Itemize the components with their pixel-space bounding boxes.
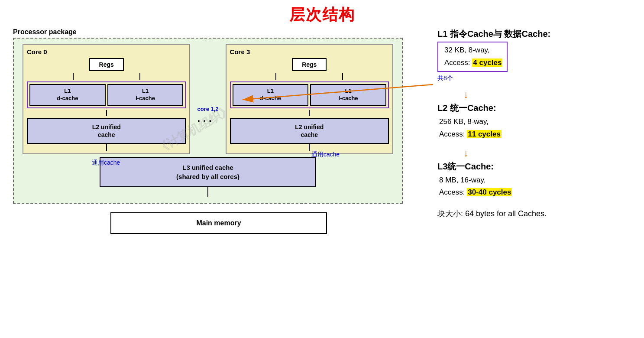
l3-connector	[20, 187, 396, 197]
l2-access-label: Access:	[439, 130, 467, 138]
diagram-wrapper: 数据cache 指令cache 通用cache Core 0 Regs	[13, 38, 424, 234]
core-3-label: Core 3	[230, 48, 389, 55]
l3-line2: Access: 30-40 cycles	[437, 186, 635, 199]
core-3-l1-dcache: L1d-cache	[233, 84, 309, 106]
core-3-l1-icache: L1i-cache	[310, 84, 386, 106]
block-size-line: 块大小: 64 bytes for all Caches.	[437, 208, 635, 219]
diagram-area: Processor package 数据cache 指令cache 通用cach…	[9, 28, 424, 234]
page-title: 层次结构	[0, 0, 644, 28]
core-3-box: Core 3 Regs L1d-cache L1i-cache	[226, 44, 393, 154]
core-3-l2: L2 unifiedcache	[230, 118, 389, 144]
dots: · · ·	[197, 115, 218, 127]
l1-access-label: Access:	[444, 58, 472, 67]
l3-row: L3 unified cache(shared by all cores)	[20, 157, 396, 187]
l3-info-title: L3统一Cache:	[437, 161, 635, 172]
arrow-l2-l3: ↓	[463, 147, 635, 159]
core-middle-label: core 1,2	[197, 106, 218, 112]
l3-info-section: L3统一Cache: 8 MB, 16-way, Access: 30-40 c…	[437, 161, 635, 199]
l1-info-box: 32 KB, 8-way, Access: 4 cycles	[437, 42, 508, 72]
l1-line1: 32 KB, 8-way,	[443, 44, 502, 57]
core-0-connector-l2-l3	[27, 144, 186, 150]
core-0-connector-l1-l2	[27, 110, 186, 116]
l3-line1: 8 MB, 16-way,	[437, 174, 635, 187]
core-0-l1-dcache: L1d-cache	[29, 84, 106, 106]
l1-info-section: L1 指令Cache与 数据Cache: 32 KB, 8-way, Acces…	[437, 28, 635, 82]
processor-label: Processor package	[13, 28, 424, 36]
main-memory-row: Main memory	[13, 212, 424, 234]
core-0-l2: L2 unifiedcache	[27, 118, 186, 144]
core-3-regs: Regs	[292, 58, 327, 71]
general-cache-label: 通用cache	[92, 159, 120, 167]
core-3-l1-row: L1d-cache L1i-cache	[230, 81, 389, 108]
l2-info-title: L2 统一Cache:	[437, 102, 635, 114]
core-3-connector-l1-l2	[230, 110, 389, 116]
core-3-container: Core 3 Regs L1d-cache L1i-cache	[223, 44, 396, 154]
core-0-box: Core 0 Regs L1d-cache L1i-cache	[23, 44, 190, 154]
l3-box: L3 unified cache(shared by all cores)	[100, 157, 316, 187]
core-0-label: Core 0	[27, 48, 186, 55]
general-cache2-label: 通用cache	[311, 151, 340, 159]
cores-row: Core 0 Regs L1d-cache L1i-cache	[20, 44, 396, 154]
l2-line1: 256 KB, 8-way,	[437, 116, 635, 128]
core-3-connector-l2-l3	[230, 144, 389, 150]
main-memory-box: Main memory	[110, 212, 327, 234]
arrow-l1-l2: ↓	[463, 88, 635, 101]
l1-cycles: 4 cycles	[472, 58, 502, 67]
l1-line2: Access: 4 cycles	[443, 57, 502, 69]
l2-line2: Access: 11 cycles	[437, 128, 635, 141]
core-0-l1-icache: L1i-cache	[107, 84, 184, 106]
l3-access-label: Access:	[439, 188, 467, 196]
l1-info-title: L1 指令Cache与 数据Cache:	[437, 28, 635, 40]
processor-box: 数据cache 指令cache 通用cache Core 0 Regs	[13, 38, 403, 204]
dots-area: core 1,2 · · ·	[193, 78, 223, 154]
core-0-regs: Regs	[89, 58, 124, 71]
l1-shared-label: 共8个	[437, 75, 635, 82]
info-panel: L1 指令Cache与 数据Cache: 32 KB, 8-way, Acces…	[424, 28, 635, 234]
l2-cycles: 11 cycles	[467, 130, 502, 138]
l3-cycles: 30-40 cycles	[467, 188, 512, 196]
core-0-l1-row: L1d-cache L1i-cache	[27, 81, 186, 108]
l2-info-section: L2 统一Cache: 256 KB, 8-way, Access: 11 cy…	[437, 102, 635, 141]
core-0-container: Core 0 Regs L1d-cache L1i-cache	[20, 44, 193, 154]
